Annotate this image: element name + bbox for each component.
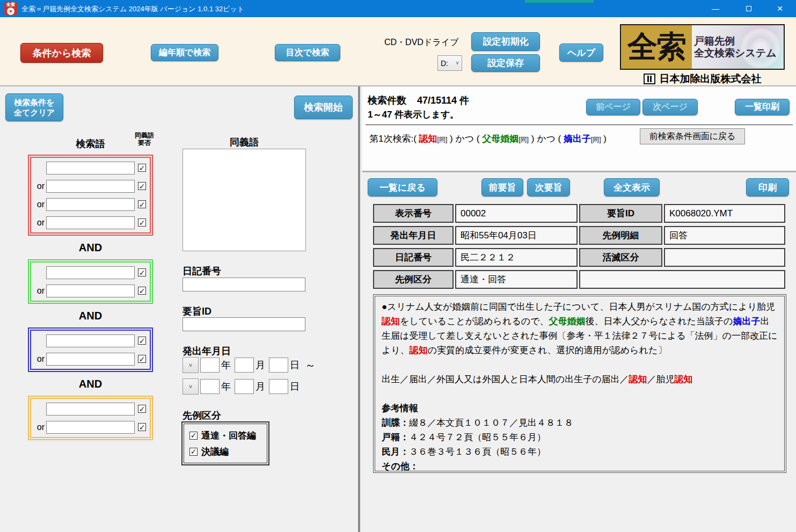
precedent-option-label: 決議編 xyxy=(201,446,229,458)
help-button[interactable]: ヘルプ xyxy=(559,43,603,62)
print-list-button[interactable]: 一覧印刷 xyxy=(735,99,790,115)
maximize-button[interactable] xyxy=(736,0,761,17)
or-label: or xyxy=(31,200,46,209)
synonym-required-checkbox[interactable]: ✓ xyxy=(138,268,146,276)
search-form-panel: 検索条件を 全てクリア 検索開始 検索語 同義語 要否 同義語 ✓or✓or✓o… xyxy=(0,86,360,532)
reference-line-value: ３６巻３号１３６頁（昭５６年） xyxy=(409,447,546,457)
from-day-input[interactable] xyxy=(269,358,288,373)
header-divider xyxy=(366,125,793,125)
publisher-row: 日本加除出版株式会社 xyxy=(620,72,785,86)
reference-line: 訓牒：綴８／本文頁１０１０７／見出４８１８ xyxy=(382,416,778,430)
clear-all-conditions-button[interactable]: 検索条件を 全てクリア xyxy=(5,93,63,121)
synonym-list-box[interactable] xyxy=(182,149,306,251)
from-year-input[interactable] xyxy=(200,358,220,373)
search-term-input[interactable] xyxy=(46,198,135,211)
to-month-input[interactable] xyxy=(235,379,254,394)
close-button[interactable]: ✕ xyxy=(768,0,792,17)
synonym-required-checkbox[interactable]: ✓ xyxy=(138,200,146,208)
product-logo-right: 戸籍先例 全文検索システム xyxy=(692,25,784,69)
synonym-required-checkbox[interactable]: ✓ xyxy=(138,218,146,227)
synonym-required-checkbox[interactable]: ✓ xyxy=(138,405,146,413)
precedent-option-checkbox[interactable]: ✓ xyxy=(189,432,198,440)
search-term-input[interactable] xyxy=(46,266,135,279)
maximize-icon xyxy=(746,6,751,11)
era-select[interactable]: ˅ xyxy=(182,357,199,373)
to-year-input[interactable] xyxy=(200,379,220,394)
search-term-input[interactable] xyxy=(46,353,135,366)
keyword-red: 認知 xyxy=(382,316,400,326)
app-icon: 全索 xyxy=(4,2,17,15)
synonym-box-label: 同義語 xyxy=(182,136,306,149)
reference-line-value: ４２４号７２頁（昭５５年６月） xyxy=(409,432,546,442)
prev-page-button[interactable]: 前ページ xyxy=(586,99,640,115)
chevron-down-icon: ˅ xyxy=(189,383,192,390)
term-group-2: ✓or✓ xyxy=(28,259,153,304)
search-by-chronology-button[interactable]: 編年順で検索 xyxy=(151,44,218,61)
term-row: or✓ xyxy=(31,179,150,193)
search-term-input[interactable] xyxy=(46,421,135,434)
drive-select[interactable]: D: ˅ xyxy=(437,55,462,71)
window-title: 全索＝戸籍先例全文検索システム 2024年版 バージョン 1.0.1 32ビット xyxy=(21,4,244,14)
or-label: or xyxy=(31,422,46,432)
detail-table-row: 発出年月日昭和55年04月03日先例明細回答 xyxy=(373,226,786,245)
search-by-toc-button[interactable]: 目次で検索 xyxy=(275,44,340,61)
toolbar: 条件から検索 編年順で検索 目次で検索 CD・DVDドライブ D: ˅ 設定初期… xyxy=(0,17,796,86)
drive-select-value: D: xyxy=(441,59,448,68)
search-term-column-label: 検索語 xyxy=(46,137,135,150)
search-term-input[interactable] xyxy=(46,285,135,297)
detail-table: 表示番号00002要旨IDK0068020.YMT発出年月日昭和55年04月03… xyxy=(373,204,786,292)
back-to-list-button[interactable]: 一覧に戻る xyxy=(368,178,437,196)
abstract-id-input[interactable] xyxy=(182,317,305,331)
minimize-button[interactable]: — xyxy=(703,0,728,17)
detail-header-cell: 先例区分 xyxy=(373,270,454,289)
save-settings-button[interactable]: 設定保存 xyxy=(471,54,540,72)
detail-header-cell: 先例明細 xyxy=(579,226,662,245)
search-term-input[interactable] xyxy=(46,216,135,229)
month-label: 月 xyxy=(255,380,265,393)
search-by-condition-button[interactable]: 条件から検索 xyxy=(20,43,103,63)
month-label: 月 xyxy=(255,359,265,371)
synonym-required-checkbox[interactable]: ✓ xyxy=(138,423,146,431)
print-button[interactable]: 印刷 xyxy=(746,178,789,196)
keyword-blue: 嫡出子 xyxy=(564,134,591,144)
precedent-option-checkbox[interactable]: ✓ xyxy=(189,448,198,456)
precedent-class-box: ✓通達・回答編✓決議編 xyxy=(181,421,269,465)
synonym-required-checkbox[interactable]: ✓ xyxy=(138,287,146,295)
synonym-required-checkbox[interactable]: ✓ xyxy=(138,182,146,190)
synonym-col-line2: 要否 xyxy=(138,139,151,147)
precedent-class-options: ✓通達・回答編✓決議編 xyxy=(184,424,267,463)
term-group-2-inner: ✓or✓ xyxy=(30,261,151,302)
search-term-input[interactable] xyxy=(46,403,135,416)
prev-abstract-button[interactable]: 前要旨 xyxy=(481,178,523,196)
term-row: or✓ xyxy=(31,198,150,211)
term-row: ✓ xyxy=(31,402,150,416)
search-term-input[interactable] xyxy=(46,334,135,347)
result-detail-section: 一覧に戻る 前要旨 次要旨 全文表示 印刷 表示番号00002要旨IDK0068… xyxy=(362,171,796,532)
text-segment: 第1次検索:( xyxy=(369,134,419,144)
synonym-required-checkbox[interactable]: ✓ xyxy=(138,355,146,363)
chevron-down-icon: ˅ xyxy=(189,362,192,368)
abstract-id-label: 要旨ID xyxy=(182,305,211,318)
product-logo-sub1: 戸籍先例 xyxy=(694,35,784,47)
next-page-button[interactable]: 次ページ xyxy=(642,99,698,115)
from-month-input[interactable] xyxy=(235,358,254,373)
text-segment: 後、日本人父からなされた当該子の xyxy=(586,316,733,326)
search-term-input[interactable] xyxy=(46,180,135,193)
year-label: 年 xyxy=(221,380,231,393)
search-term-input[interactable] xyxy=(46,162,135,174)
diary-number-input[interactable] xyxy=(182,278,305,291)
text-segment: ／胎児 xyxy=(647,374,675,384)
and-separator-label: AND xyxy=(28,236,153,259)
term-row: or✓ xyxy=(31,216,150,229)
init-settings-button[interactable]: 設定初期化 xyxy=(471,32,540,51)
synonym-required-checkbox[interactable]: ✓ xyxy=(138,164,146,172)
back-to-prev-search-button[interactable]: 前検索条件画面に戻る xyxy=(640,128,745,144)
search-start-button[interactable]: 検索開始 xyxy=(294,96,353,119)
full-text-button[interactable]: 全文表示 xyxy=(604,178,660,196)
detail-header-cell: 表示番号 xyxy=(373,204,454,223)
synonym-required-checkbox[interactable]: ✓ xyxy=(138,337,146,345)
next-abstract-button[interactable]: 次要旨 xyxy=(527,178,570,196)
reference-line-value: 綴８／本文頁１０１０７／見出４８１８ xyxy=(409,418,573,428)
to-day-input[interactable] xyxy=(269,379,288,394)
era-select[interactable]: ˅ xyxy=(182,378,199,395)
